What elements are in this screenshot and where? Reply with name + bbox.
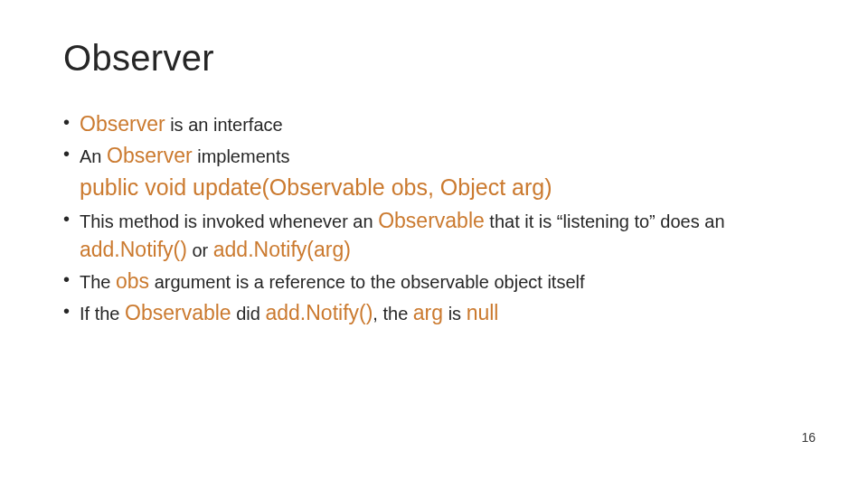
bullet-text: is an interface [165,115,283,135]
bullet-text: If the [80,304,125,324]
method-signature: public void update(Observable obs, Objec… [80,172,805,204]
bullet-text: that it is “listening to” does an [485,211,725,231]
bullet-text: implements [193,146,290,166]
bullet-item-4: The obs argument is a reference to the o… [63,267,805,296]
bullet-text: argument is a reference to the observabl… [149,272,584,292]
keyword-addnotify: add.Notify() [265,301,373,324]
bullet-text: is [443,304,467,324]
bullet-item-1: Observer is an interface [63,109,805,139]
keyword-observable: Observable [378,209,485,232]
keyword-addnotify: add.Notify() [80,238,187,261]
bullet-list: Observer is an interface An Observer imp… [63,109,805,327]
keyword-observer: Observer [80,112,165,136]
bullet-item-5: If the Observable did add.Notify(), the … [63,298,805,328]
bullet-item-2: An Observer implements public void updat… [63,141,805,204]
keyword-observer: Observer [107,144,193,167]
keyword-addnotify-arg: add.Notify(arg) [213,238,351,261]
bullet-text: This method is invoked whenever an [80,211,378,231]
keyword-arg: arg [413,301,443,324]
slide: Observer Observer is an interface An Obs… [0,0,868,488]
bullet-text: or [187,240,213,260]
bullet-text: did [231,304,266,324]
keyword-observable: Observable [125,301,231,324]
keyword-null: null [467,301,499,324]
bullet-text: An [80,146,107,166]
bullet-text: The [80,272,116,292]
keyword-obs: obs [116,269,149,293]
bullet-item-3: This method is invoked whenever an Obser… [63,206,805,265]
bullet-text: , the [373,304,412,324]
slide-title: Observer [63,38,805,79]
page-number: 16 [801,430,816,445]
